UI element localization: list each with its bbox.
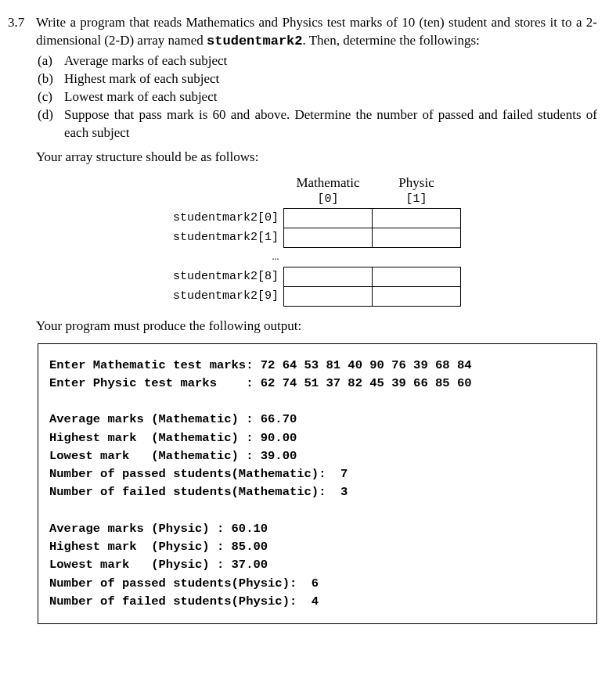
out-line6: Number of passed students(Mathematic): 7	[49, 467, 348, 481]
output-box: Enter Mathematic test marks: 72 64 53 81…	[38, 343, 597, 625]
sub-b: (b) Highest mark of each subject	[38, 70, 597, 88]
row9-label: studentmark2[9]	[172, 286, 284, 306]
cell-0-1	[373, 208, 461, 228]
array-table: Mathematic [0] Physic [1] studentmark2[0…	[172, 174, 461, 307]
array-intro: Your array structure should be as follow…	[36, 149, 597, 167]
row-gap-label: …	[172, 247, 284, 267]
col1-header: Physic [1]	[373, 174, 461, 209]
out-line3: Average marks (Mathematic) : 66.70	[49, 412, 297, 426]
sub-b-text: Highest mark of each subject	[64, 70, 219, 88]
out-line5: Lowest mark (Mathematic) : 39.00	[49, 449, 297, 463]
out-line11: Number of passed students(Physic): 6	[49, 576, 319, 591]
col1-idx: [1]	[377, 192, 456, 207]
col0-name: Mathematic	[289, 174, 368, 192]
out-line12: Number of failed students(Physic): 4	[49, 594, 319, 608]
output-intro: Your program must produce the following …	[36, 318, 597, 336]
array-diagram: Mathematic [0] Physic [1] studentmark2[0…	[36, 174, 597, 307]
out-line10: Lowest mark (Physic) : 37.00	[49, 558, 268, 572]
stem-code: studentmark2	[207, 34, 302, 48]
sub-d-label: (d)	[38, 106, 64, 124]
cell-0-0	[284, 208, 373, 228]
sub-c-text: Lowest mark of each subject	[64, 88, 217, 106]
cell-1-0	[284, 228, 373, 247]
row0-label: studentmark2[0]	[172, 208, 284, 228]
cell-1-1	[373, 228, 461, 247]
sub-c-label: (c)	[38, 88, 64, 106]
col0-header: Mathematic [0]	[284, 174, 373, 209]
out-line2: Enter Physic test marks : 62 74 51 37 82…	[49, 376, 472, 390]
out-line7: Number of failed students(Mathematic): 3	[49, 485, 348, 499]
sub-a: (a) Average marks of each subject	[38, 52, 597, 70]
out-line4: Highest mark (Mathematic) : 90.00	[49, 431, 297, 445]
problem-body: Write a program that reads Mathematics a…	[36, 14, 597, 624]
sub-d: (d) Suppose that pass mark is 60 and abo…	[38, 106, 597, 142]
sub-d-text: Suppose that pass mark is 60 and above. …	[64, 106, 597, 142]
out-line9: Highest mark (Physic) : 85.00	[49, 540, 268, 554]
sub-a-text: Average marks of each subject	[64, 52, 227, 70]
out-line1: Enter Mathematic test marks: 72 64 53 81…	[49, 358, 472, 372]
problem-number: 3.7	[8, 14, 36, 32]
col0-idx: [0]	[289, 192, 368, 207]
cell-9-1	[373, 286, 461, 306]
sub-list: (a) Average marks of each subject (b) Hi…	[38, 52, 597, 142]
sub-b-label: (b)	[38, 70, 64, 88]
sub-a-label: (a)	[38, 52, 64, 70]
gapcell-1	[373, 247, 461, 267]
row1-label: studentmark2[1]	[172, 228, 284, 247]
gapcell-0	[284, 247, 373, 267]
sub-c: (c) Lowest mark of each subject	[38, 88, 597, 106]
cell-9-0	[284, 286, 373, 306]
row8-label: studentmark2[8]	[172, 267, 284, 286]
col1-name: Physic	[377, 174, 456, 192]
cell-8-1	[373, 267, 461, 286]
problem-block: 3.7 Write a program that reads Mathemati…	[8, 14, 597, 624]
cell-8-0	[284, 267, 373, 286]
stem-text-2: . Then, determine the followings:	[303, 33, 480, 48]
out-line8: Average marks (Physic) : 60.10	[49, 522, 268, 536]
